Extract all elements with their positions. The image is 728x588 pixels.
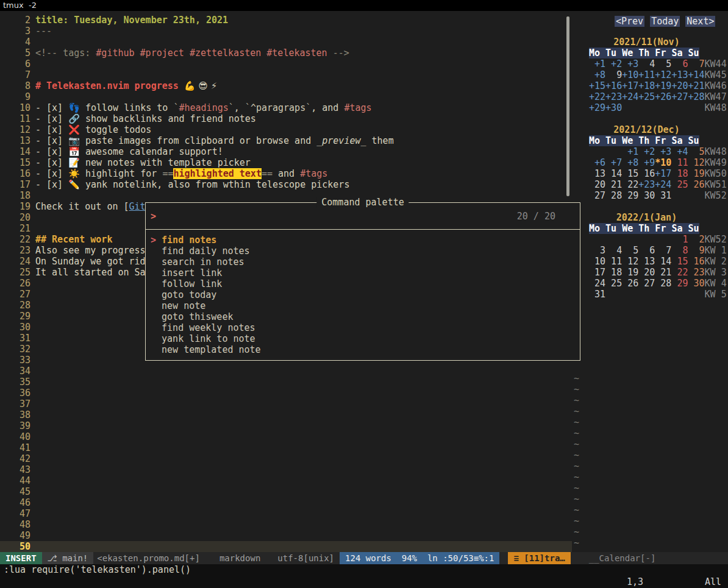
calendar-day[interactable]: 15 <box>622 168 638 179</box>
calendar-day[interactable]: +6 <box>589 157 605 168</box>
calendar-day[interactable]: 2 <box>688 234 704 245</box>
calendar-day[interactable]: +7 <box>605 157 622 168</box>
line-text[interactable]: title: Tuesday, November 23th, 2021 <box>35 15 228 26</box>
calendar-day[interactable]: +24 <box>622 91 638 102</box>
calendar-day[interactable]: 17 <box>589 267 605 278</box>
scrollbar-thumb[interactable] <box>566 16 569 196</box>
calendar-day[interactable]: 31 <box>589 289 605 300</box>
calendar-day[interactable]: +19 <box>655 80 671 91</box>
calendar-day[interactable]: 27 <box>589 190 605 201</box>
calendar-day[interactable]: +14 <box>688 69 704 80</box>
calendar-day[interactable]: 6 <box>671 58 688 69</box>
calendar-day[interactable]: 20 <box>589 179 605 190</box>
calendar-day[interactable]: 22 <box>671 267 688 278</box>
line-text[interactable]: - [x] ☀️ highlight for ==highlighted tex… <box>35 168 327 179</box>
calendar-day[interactable]: 28 <box>605 190 622 201</box>
calendar-day[interactable]: +12 <box>655 69 671 80</box>
line-text[interactable]: It all started on Sa <box>35 267 146 278</box>
calendar-day[interactable]: 12 <box>688 157 704 168</box>
palette-item[interactable]: > find notes <box>146 235 580 246</box>
line-text[interactable]: - [x] 🔗 show backlinks and friend notes <box>35 113 256 124</box>
calendar-day[interactable]: +24 <box>655 179 671 190</box>
calendar-day[interactable]: +23 <box>638 179 655 190</box>
calendar-day[interactable]: 30 <box>688 278 704 289</box>
calendar-day[interactable]: +8 <box>622 157 638 168</box>
calendar-today-button[interactable]: Today <box>650 16 680 27</box>
calendar-day[interactable]: 25 <box>671 179 688 190</box>
calendar-day[interactable]: 18 <box>605 267 622 278</box>
line-text[interactable]: Also see my progress <box>35 245 146 256</box>
calendar-prev-button[interactable]: <Prev <box>615 16 644 27</box>
calendar-day[interactable]: 19 <box>622 267 638 278</box>
palette-item[interactable]: new note <box>146 300 580 311</box>
calendar-day[interactable]: 5 <box>622 245 638 256</box>
calendar-day[interactable]: 19 <box>688 168 704 179</box>
calendar-day[interactable]: +30 <box>605 102 622 113</box>
calendar-day[interactable]: 16 <box>688 256 704 267</box>
calendar-day[interactable]: 20 <box>638 267 655 278</box>
line-text[interactable]: Check it out on [Git <box>35 201 146 212</box>
line-text[interactable]: - [x] 📅 awesome calendar support! <box>35 146 223 157</box>
calendar-day[interactable]: 4 <box>638 58 655 69</box>
command-line[interactable]: :lua require('telekasten').panel() <box>0 564 728 576</box>
calendar-day[interactable]: +4 <box>671 146 688 157</box>
calendar-day[interactable]: 11 <box>605 256 622 267</box>
calendar-day[interactable]: 15 <box>671 256 688 267</box>
palette-item[interactable]: follow link <box>146 278 580 289</box>
line-text[interactable]: - [x] 📷 paste images from clipboard or b… <box>35 135 394 146</box>
palette-item[interactable]: new templated note <box>146 344 580 355</box>
palette-item[interactable]: search in notes <box>146 257 580 267</box>
calendar-day[interactable]: 6 <box>638 245 655 256</box>
palette-item[interactable]: yank link to note <box>146 333 580 344</box>
calendar-day[interactable]: +13 <box>671 69 688 80</box>
line-text[interactable]: - [x] ❌ toggle todos <box>35 124 151 135</box>
calendar-day[interactable]: +28 <box>688 91 704 102</box>
calendar-day[interactable]: 26 <box>622 278 638 289</box>
calendar-day[interactable]: 31 <box>655 190 671 201</box>
line-text[interactable]: --- <box>35 26 52 37</box>
calendar-day[interactable]: 18 <box>671 168 688 179</box>
calendar-day[interactable]: +1 <box>622 146 638 157</box>
calendar-day[interactable]: +1 <box>589 58 605 69</box>
calendar-day[interactable]: 23 <box>688 267 704 278</box>
calendar-day[interactable]: 9 <box>688 245 704 256</box>
calendar-day[interactable]: +2 <box>638 146 655 157</box>
calendar-day[interactable]: 9 <box>605 69 622 80</box>
calendar-day[interactable]: 21 <box>605 179 622 190</box>
calendar-day[interactable]: 5 <box>688 146 704 157</box>
line-text[interactable]: ## Recent work <box>35 234 112 245</box>
calendar-day[interactable]: 7 <box>688 58 704 69</box>
calendar-next-button[interactable]: Next> <box>685 16 715 27</box>
calendar-day[interactable]: +25 <box>638 91 655 102</box>
calendar-day[interactable]: 14 <box>655 256 671 267</box>
line-text[interactable]: # Telekasten.nvim progress 💪 😎 ⚡ <box>35 80 217 91</box>
calendar-day[interactable]: 24 <box>589 278 605 289</box>
line-text[interactable]: - [x] ✏️ yank notelink, also from wthin … <box>35 179 349 190</box>
calendar-day[interactable]: +21 <box>688 80 704 91</box>
calendar-day[interactable]: 30 <box>638 190 655 201</box>
calendar-day[interactable]: 22 <box>622 179 638 190</box>
calendar-day[interactable]: 4 <box>605 245 622 256</box>
calendar-day[interactable]: +11 <box>638 69 655 80</box>
calendar-day[interactable]: +17 <box>655 168 671 179</box>
calendar-day[interactable]: +26 <box>655 91 671 102</box>
palette-item[interactable]: find weekly notes <box>146 322 580 333</box>
calendar-day[interactable]: +9 <box>638 157 655 168</box>
line-text[interactable]: - [x] 👣 follow links to `#headings`, `^p… <box>35 102 372 113</box>
calendar-day[interactable]: +27 <box>671 91 688 102</box>
calendar-day[interactable]: +16 <box>605 80 622 91</box>
calendar-day[interactable]: 12 <box>622 256 638 267</box>
calendar-day[interactable]: 29 <box>622 190 638 201</box>
calendar-day[interactable]: 13 <box>589 168 605 179</box>
calendar-day[interactable]: 25 <box>605 278 622 289</box>
calendar-day[interactable]: 26 <box>688 179 704 190</box>
calendar-day[interactable]: +17 <box>622 80 638 91</box>
calendar-day[interactable]: 10 <box>589 256 605 267</box>
palette-item[interactable]: goto today <box>146 289 580 300</box>
calendar-day[interactable]: 29 <box>671 278 688 289</box>
calendar-day[interactable]: +23 <box>605 91 622 102</box>
calendar-day[interactable]: +3 <box>622 58 638 69</box>
calendar-day[interactable]: 11 <box>671 157 688 168</box>
line-text[interactable]: On Sunday we got rid <box>35 256 146 267</box>
calendar-day[interactable]: 13 <box>638 256 655 267</box>
